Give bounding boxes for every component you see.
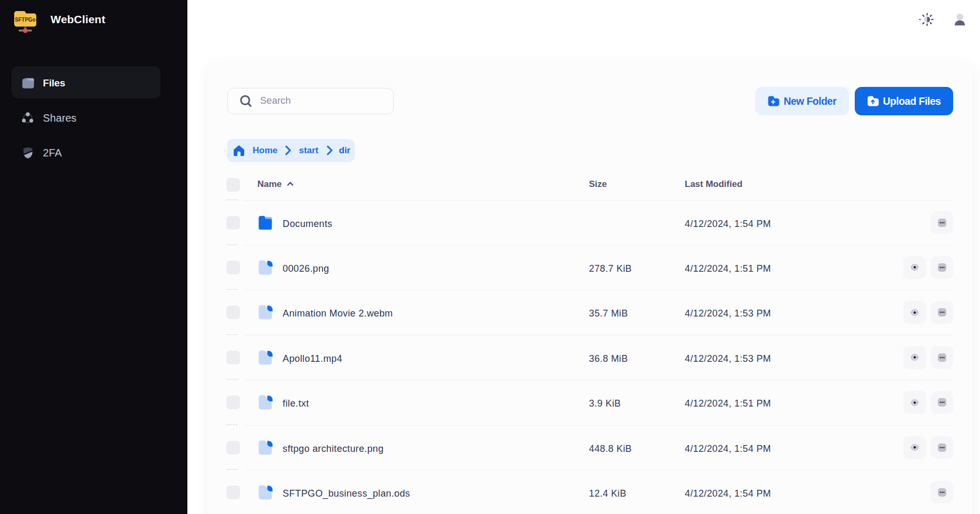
svg-text:SFTPGo: SFTPGo [15, 17, 35, 23]
